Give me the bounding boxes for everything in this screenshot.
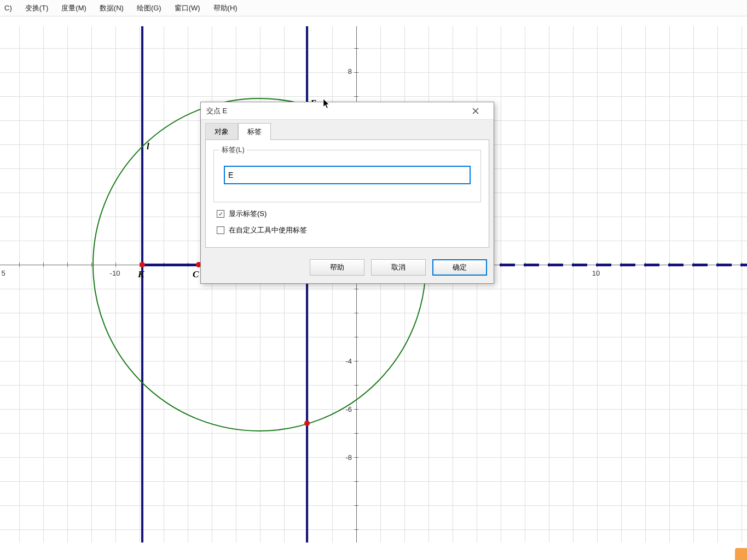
grid-line-v <box>91 26 92 542</box>
help-button[interactable]: 帮助 <box>310 259 364 276</box>
tab-object[interactable]: 对象 <box>205 123 238 140</box>
label-l: l <box>147 141 149 152</box>
horizontal-line-dash[interactable] <box>620 264 635 266</box>
y-tick-label: -8 <box>345 453 355 462</box>
dialog-title-text: 交点 E <box>206 106 227 116</box>
grid-line-v <box>525 26 525 542</box>
y-tick-label: 8 <box>348 67 355 75</box>
horizontal-line-dash[interactable] <box>692 264 708 266</box>
grid-line-h <box>0 96 747 97</box>
tab-panel-label: 标签(L) ✓ 显示标签(S) 在自定义工具中使用标签 <box>205 139 489 248</box>
grid-line-v <box>717 26 718 542</box>
cursor-icon <box>323 98 331 109</box>
x-tick <box>67 262 68 267</box>
close-icon[interactable] <box>463 103 488 119</box>
horizontal-line-dash[interactable] <box>644 264 659 266</box>
grid-line-v <box>669 26 670 542</box>
ok-button[interactable]: 确定 <box>432 259 487 276</box>
grid-line-v <box>19 26 20 542</box>
y-tick <box>354 48 358 49</box>
grid-line-h <box>0 409 747 410</box>
y-tick <box>354 433 358 434</box>
grid-line-v <box>621 26 622 542</box>
grid-line-v <box>43 26 44 542</box>
label-group-legend: 标签(L) <box>219 145 247 155</box>
horizontal-line-dash[interactable] <box>740 264 747 266</box>
grid-line-h <box>0 72 747 73</box>
corner-indicator <box>735 548 747 560</box>
menu-help[interactable]: 帮助(H) <box>209 1 242 15</box>
x-tick <box>43 262 44 267</box>
horizontal-line-dash[interactable] <box>500 264 515 266</box>
label-dialog: 交点 E 对象 标签 标签(L) ✓ 显示标签(S) 在自定义工具中使用标签 帮… <box>200 102 494 284</box>
point-e-bottom[interactable] <box>304 421 310 426</box>
tab-label[interactable]: 标签 <box>238 123 271 140</box>
use-in-tool-text: 在自定义工具中使用标签 <box>229 225 307 235</box>
horizontal-line-dash[interactable] <box>716 264 732 266</box>
horizontal-line-dash[interactable] <box>668 264 684 266</box>
dialog-tabs: 对象 标签 <box>201 120 494 140</box>
use-in-tool-checkbox[interactable] <box>217 226 224 234</box>
dialog-button-row: 帮助 取消 确定 <box>201 253 494 283</box>
y-tick <box>354 529 358 530</box>
label-k: K <box>138 269 144 280</box>
label-c: C <box>193 269 199 280</box>
horizontal-line-dash[interactable] <box>548 264 563 266</box>
menu-plot[interactable]: 绘图(G) <box>132 1 166 15</box>
horizontal-line-dash[interactable] <box>572 264 587 266</box>
grid-line-h <box>0 457 747 458</box>
point-k[interactable] <box>140 262 145 267</box>
y-tick <box>354 505 358 506</box>
horizontal-line-dash[interactable] <box>596 264 611 266</box>
show-label-checkbox[interactable]: ✓ <box>217 210 224 218</box>
grid-line-v <box>67 26 68 542</box>
horizontal-line-dash[interactable] <box>524 264 539 266</box>
menu-construct[interactable]: C) <box>0 2 16 14</box>
menu-transform[interactable]: 变换(T) <box>21 1 53 15</box>
grid-line-h <box>0 433 747 434</box>
grid-line-v <box>645 26 646 542</box>
grid-line-h <box>0 481 747 482</box>
x-tick <box>91 262 92 267</box>
show-label-text: 显示标签(S) <box>229 209 267 219</box>
grid-line-h <box>0 505 747 506</box>
menu-measure[interactable]: 度量(M) <box>57 1 91 15</box>
grid-line-v <box>573 26 574 542</box>
label-groupbox: 标签(L) <box>213 150 481 202</box>
grid-line-v <box>597 26 598 542</box>
grid-line-h <box>0 48 747 49</box>
grid-line-v <box>693 26 694 542</box>
grid-line-v <box>742 26 742 542</box>
menu-data[interactable]: 数据(N) <box>95 1 128 15</box>
x-tick-label: 5 <box>1 269 5 277</box>
menu-window[interactable]: 窗口(W) <box>170 1 205 15</box>
grid-line-v <box>501 26 501 542</box>
dialog-titlebar: 交点 E <box>201 102 494 120</box>
grid-line-h <box>0 529 747 530</box>
grid-line-v <box>549 26 549 542</box>
x-tick <box>19 262 20 267</box>
x-tick-label: 10 <box>592 269 600 277</box>
menu-bar: C) 变换(T) 度量(M) 数据(N) 绘图(G) 窗口(W) 帮助(H) <box>0 0 747 16</box>
y-tick <box>354 481 358 482</box>
y-tick <box>354 96 358 97</box>
cancel-button[interactable]: 取消 <box>371 259 426 276</box>
label-input[interactable] <box>224 166 471 184</box>
